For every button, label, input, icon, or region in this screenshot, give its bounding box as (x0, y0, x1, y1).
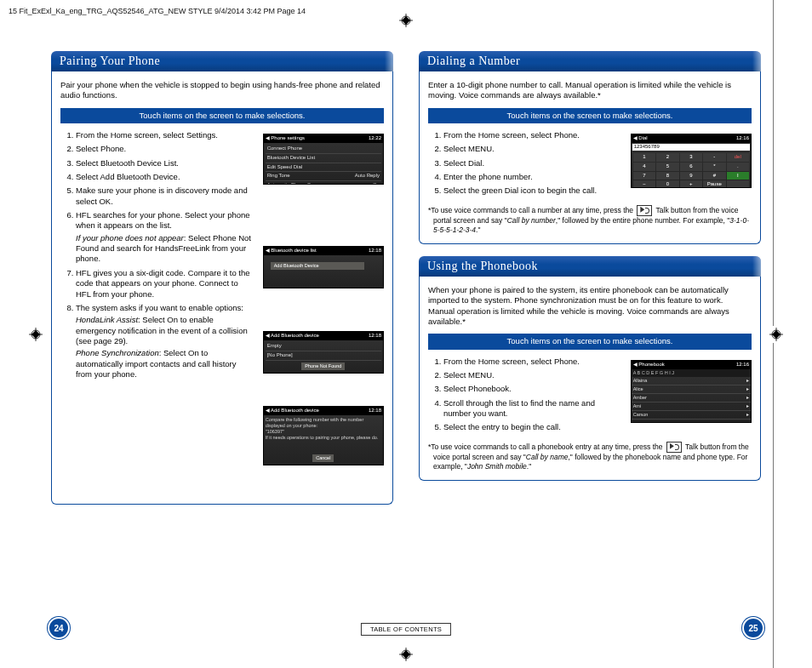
section-title-pairing: Pairing Your Phone (51, 51, 393, 71)
step: The system asks if you want to enable op… (76, 303, 254, 380)
step: Select Dial. (443, 158, 622, 168)
step: Select MENU. (443, 370, 622, 380)
step: Make sure your phone is in discovery mod… (76, 186, 254, 207)
step: Select Add Bluetooth Device. (76, 172, 254, 182)
step: Scroll through the list to find the name… (443, 398, 622, 420)
step: Select the green Dial icon to begin the … (443, 186, 622, 196)
screenshot-pairing-code: ◀ Add Bluetooth device12:18 Compare the … (263, 406, 384, 465)
talk-icon (637, 205, 652, 216)
step: HFL searches for your phone. Select your… (76, 210, 254, 265)
touch-banner: Touch items on the screen to make select… (428, 108, 752, 123)
registration-mark-bottom (399, 648, 413, 661)
step: From the Home screen, select Phone. (443, 357, 622, 367)
step: Select MENU. (443, 144, 622, 154)
touch-banner: Touch items on the screen to make select… (60, 108, 384, 123)
page-right: Dialing a Number Enter a 10-digit phone … (419, 51, 761, 617)
phonebook-footnote: *To use voice commands to call a phonebo… (428, 442, 752, 471)
screenshot-add-device: ◀ Add Bluetooth device12:18 Empty [No Ph… (263, 331, 384, 374)
step: HFL gives you a six-digit code. Compare … (76, 268, 254, 300)
talk-icon (666, 442, 682, 453)
dial-keypad: 123-del 456*. 789#I −0+Pause (632, 151, 751, 188)
page-number-left: 24 (48, 617, 70, 639)
phonebook-steps: From the Home screen, select Phone. Sele… (428, 357, 622, 433)
section-title-phonebook: Using the Phonebook (419, 256, 761, 277)
screenshot-dial: ◀ Dial 12:16 123456789 123-del 456*. 789… (631, 134, 752, 188)
phonebook-intro: When your phone is paired to the system,… (428, 285, 752, 327)
step: Enter the phone number. (443, 172, 622, 182)
touch-banner: Touch items on the screen to make select… (428, 334, 752, 349)
screenshot-phonebook: ◀ Phonebook 12:16 A B C D E F G H I J Al… (631, 360, 752, 423)
registration-mark-top (399, 14, 413, 27)
pairing-intro: Pair your phone when the vehicle is stop… (60, 80, 384, 101)
step: Select Bluetooth Device List. (76, 158, 254, 168)
dialing-steps: From the Home screen, select Phone. Sele… (428, 130, 622, 197)
step: From the Home screen, select Phone. (443, 130, 622, 140)
screenshot-phone-settings: ◀ Phone settings12:22 Connect Phone Blue… (263, 134, 384, 185)
registration-mark-left (27, 326, 44, 343)
registration-mark-right (768, 326, 785, 343)
step: Select the entry to begin the call. (443, 422, 622, 432)
dialing-intro: Enter a 10-digit phone number to call. M… (428, 80, 752, 101)
dialing-footnote: *To use voice commands to call a number … (428, 205, 752, 235)
screenshot-device-list: ◀ Bluetooth device list12:18 Add Bluetoo… (263, 246, 384, 288)
step: Select Phone. (76, 144, 254, 154)
toc-link[interactable]: TABLE OF CONTENTS (361, 623, 451, 636)
doc-slugline: 15 Fit_ExExl_Ka_eng_TRG_AQS52546_ATG_NEW… (9, 7, 306, 15)
pairing-steps: From the Home screen, select Settings. S… (60, 130, 254, 380)
page-left: Pairing Your Phone Pair your phone when … (51, 51, 393, 617)
section-title-dialing: Dialing a Number (419, 51, 761, 71)
step: From the Home screen, select Settings. (76, 130, 254, 140)
step: Select Phonebook. (443, 384, 622, 394)
page-number-right: 25 (742, 617, 764, 639)
